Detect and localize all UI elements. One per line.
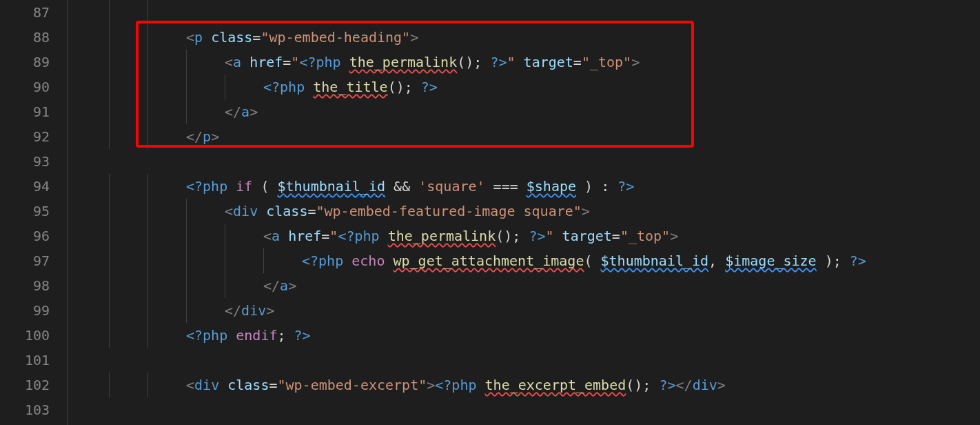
code-token: if (236, 178, 252, 195)
code-token: </ (225, 302, 241, 319)
code-token (241, 54, 249, 70)
code-token: === (493, 178, 518, 195)
indent-guide (109, 124, 110, 149)
code-line[interactable] (74, 348, 980, 373)
code-line[interactable]: <div class="wp-embed-featured-image squa… (74, 199, 980, 224)
code-token (380, 228, 388, 244)
code-token (482, 54, 490, 70)
code-token: > (717, 377, 726, 393)
code-token: 'square' (418, 178, 484, 195)
code-token (219, 377, 227, 393)
code-line[interactable]: </div> (74, 298, 980, 323)
code-token: () (388, 79, 405, 95)
code-token: < (225, 203, 233, 219)
indent-guide (109, 0, 110, 25)
code-token (252, 178, 261, 195)
code-token (343, 253, 351, 269)
code-token: "wp-embed-featured-image square" (316, 203, 581, 219)
code-token: a (272, 228, 280, 244)
line-number: 93 (0, 149, 50, 174)
code-token: ; (405, 79, 413, 95)
indent-guide (225, 224, 225, 248)
line-number: 101 (0, 348, 50, 373)
code-token: ; (642, 377, 651, 393)
code-token: " (291, 54, 299, 70)
indent-guide (147, 323, 148, 348)
code-line[interactable]: <?php endif; ?> (74, 323, 980, 348)
code-token: = (573, 54, 582, 70)
code-token: , (708, 253, 717, 269)
code-token: href (288, 228, 321, 244)
code-token: class (266, 203, 307, 219)
line-number: 102 (0, 373, 50, 397)
code-token: ?> (421, 79, 438, 95)
indent-guide (147, 248, 148, 273)
code-line[interactable]: <p class="wp-embed-heading"> (74, 25, 980, 50)
code-line[interactable]: <?php echo wp_get_attachment_image( $thu… (74, 248, 980, 273)
code-token: div (693, 377, 717, 393)
code-editor[interactable]: 87888990919293949596979899100101102103 <… (0, 0, 980, 425)
code-line[interactable] (74, 0, 980, 25)
code-token: <?php (435, 377, 476, 393)
indent-guide (225, 75, 225, 99)
indent-guide (147, 298, 148, 323)
code-line[interactable]: </a> (74, 99, 980, 124)
code-line-content: </a> (225, 99, 258, 124)
indent-guide (109, 174, 110, 199)
code-token: "wp-embed-excerpt" (277, 377, 427, 393)
code-token: <?php (302, 253, 343, 269)
code-token (841, 253, 850, 269)
code-line-content: <a href="<?php the_permalink(); ?>" targ… (263, 224, 678, 248)
indent-guide (109, 298, 110, 323)
code-area[interactable]: <p class="wp-embed-heading"><a href="<?p… (69, 0, 980, 425)
code-token (717, 253, 725, 269)
line-number: 98 (0, 273, 50, 298)
code-line-content: </a> (263, 273, 296, 298)
code-token (593, 178, 601, 195)
indent-guide (263, 248, 264, 273)
code-token: ?> (850, 253, 866, 269)
code-token: <?php (186, 327, 227, 344)
code-token (227, 327, 236, 344)
code-line[interactable]: </a> (74, 273, 980, 298)
code-token: </ (225, 103, 241, 120)
line-number: 88 (0, 25, 50, 50)
indent-guide (147, 50, 148, 75)
code-token (286, 327, 294, 344)
indent-guide (186, 248, 187, 273)
code-token (385, 178, 394, 195)
line-number: 99 (0, 298, 50, 323)
code-token: > (288, 277, 296, 294)
code-line[interactable] (74, 397, 980, 422)
indent-guide (109, 50, 110, 75)
code-line-content: <?php if ( $thumbnail_id && 'square' ===… (186, 174, 634, 199)
indent-guide (109, 75, 110, 99)
code-token: > (427, 377, 435, 393)
code-token: <?php (299, 54, 340, 70)
indent-guide (109, 323, 110, 348)
code-token (576, 178, 584, 195)
code-token (817, 253, 825, 269)
line-number: 100 (0, 323, 50, 348)
code-line[interactable]: </p> (74, 124, 980, 149)
code-line-content: <?php the_title(); ?> (263, 75, 438, 99)
code-line[interactable]: <a href="<?php the_permalink(); ?>" targ… (74, 50, 980, 75)
code-token (341, 54, 349, 70)
code-line[interactable]: <a href="<?php the_permalink(); ?>" targ… (74, 224, 980, 248)
code-token: target (524, 54, 573, 70)
code-line[interactable]: <?php if ( $thumbnail_id && 'square' ===… (74, 174, 980, 199)
code-token (515, 54, 524, 70)
indent-guide (109, 199, 110, 224)
code-token: wp_get_attachment_image (393, 253, 584, 269)
code-token: $shape (527, 178, 576, 195)
code-line[interactable] (74, 149, 980, 174)
code-token: a (233, 54, 241, 70)
code-line[interactable]: <?php the_title(); ?> (74, 75, 980, 99)
code-line[interactable]: <div class="wp-embed-excerpt"><?php the_… (74, 373, 980, 397)
code-token: ?> (617, 178, 634, 195)
code-token (520, 228, 529, 244)
code-token: echo (351, 253, 385, 269)
code-token: = (612, 228, 620, 244)
code-token (410, 178, 418, 195)
code-token: a (241, 103, 249, 120)
